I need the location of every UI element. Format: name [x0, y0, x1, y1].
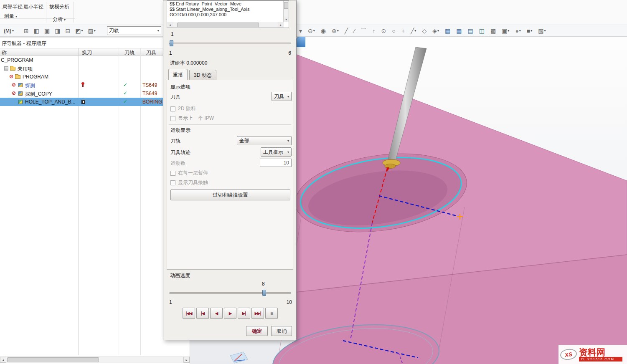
- tool-label: 刀具: [170, 94, 180, 101]
- animation-speed-value: 8: [262, 281, 265, 287]
- toolbar-icon[interactable]: ▣▾: [500, 27, 510, 35]
- toolbar-icon[interactable]: ⊕▾: [330, 27, 340, 35]
- column-name[interactable]: 称: [2, 49, 7, 56]
- position-slider-track[interactable]: [169, 43, 291, 44]
- toolbar-icon[interactable]: ⊟: [64, 27, 71, 35]
- toolbar-icon[interactable]: ○: [391, 27, 396, 35]
- scroll-right-icon[interactable]: ▸: [278, 22, 284, 28]
- toolbar-icon[interactable]: ■▾: [525, 27, 533, 35]
- step-back-button[interactable]: |◀: [196, 308, 209, 319]
- toolbar-icon[interactable]: ▤: [466, 27, 474, 35]
- checkbox-icon: [170, 171, 175, 176]
- toolbar-icon[interactable]: ◨: [53, 27, 61, 35]
- checkbox-show-tool-contact[interactable]: 显示刀具接触: [170, 179, 208, 186]
- toolbar-icon[interactable]: ▧▾: [537, 27, 547, 35]
- gouge-collision-settings-button[interactable]: 过切和碰撞设置: [170, 190, 290, 200]
- toolbar-icon[interactable]: ⊙: [380, 27, 388, 35]
- toolbar-icon[interactable]: ↑: [371, 27, 377, 35]
- folder-icon: [10, 67, 15, 71]
- local-radius-button[interactable]: 局部半径: [3, 3, 23, 10]
- toolbar-icon[interactable]: ●▾: [514, 27, 522, 35]
- stop-button[interactable]: ■: [265, 308, 278, 319]
- operation-icon: [18, 91, 23, 96]
- toolbar-icon[interactable]: ◉: [320, 27, 327, 35]
- scroll-left-icon[interactable]: ◂: [0, 357, 6, 363]
- menu-button[interactable]: (M)▾: [2, 27, 16, 35]
- go-to-end-button[interactable]: ▶▶|: [251, 308, 264, 319]
- scrollbar-thumb[interactable]: [7, 357, 99, 362]
- toolbar-icon[interactable]: ∕: [353, 27, 356, 35]
- watermark-logo: XS: [559, 348, 577, 361]
- toolbar-icon[interactable]: ▾: [298, 27, 303, 35]
- tool-display-combo[interactable]: 刀具▾: [272, 92, 292, 101]
- speed-slider-track[interactable]: [169, 292, 291, 294]
- tree-row-hole-top-selected[interactable]: HOLE_TOP_AND_B... ✓ BORING: [0, 98, 190, 106]
- ok-button[interactable]: 确定: [246, 326, 268, 336]
- checkbox-2d-removal[interactable]: 2D 除料: [170, 105, 196, 112]
- tree-row-probe-copy[interactable]: ⊘ 探测_COPY ✓ TS649: [0, 89, 190, 98]
- cancel-button[interactable]: 取消: [271, 326, 292, 336]
- chevron-down-icon: ▾: [531, 29, 532, 33]
- toolbar-icon[interactable]: ▨▾: [86, 27, 96, 35]
- scroll-right-icon[interactable]: ▸: [183, 357, 190, 363]
- min-radius-button[interactable]: 最小半径: [23, 3, 43, 10]
- scroll-left-icon[interactable]: ◂: [167, 22, 173, 28]
- speed-slider-thumb[interactable]: [262, 290, 266, 296]
- operation-icon: [18, 83, 23, 87]
- checkbox-pause-each-level[interactable]: 在每一层暂停: [170, 169, 208, 177]
- toolbar-icon[interactable]: ⊞: [23, 27, 30, 35]
- tree-row-probe[interactable]: ⊘ 探测 ✓ TS649: [0, 81, 190, 89]
- scrollbar-thumb[interactable]: [177, 23, 259, 27]
- draft-analysis-button[interactable]: 拔模分析: [49, 3, 69, 10]
- chevron-down-icon: ▾: [287, 150, 289, 154]
- feedrate-label: 进给率 0.000000: [170, 60, 207, 67]
- toolbar-icon[interactable]: ◇: [421, 27, 428, 35]
- analysis-dropdown[interactable]: 分析▾: [53, 16, 66, 23]
- application-window: 局部半径 最小半径 测量▾ 拔模分析 分析▾ (M)▾ ⊞◧▣◨⊟◩▾▨▾ 刀轨…: [0, 0, 627, 364]
- toolbar-icon[interactable]: ◩▾: [74, 27, 84, 35]
- scroll-down-icon[interactable]: ▾: [284, 17, 289, 22]
- gcode-horizontal-scrollbar[interactable]: ◂ ▸: [167, 22, 284, 28]
- trajectory-combo[interactable]: 工具提示▾: [261, 147, 292, 157]
- toolbar-icon[interactable]: ▣: [43, 27, 51, 35]
- gcode-listing[interactable]: $$ End Rotary_Point_Vector_Move $$ Start…: [167, 0, 289, 28]
- display-options-title: 显示选项: [170, 83, 190, 91]
- toolbar-icon[interactable]: ╱▾: [409, 27, 417, 35]
- navigator-horizontal-scrollbar[interactable]: ◂ ▸: [0, 356, 190, 363]
- column-tool[interactable]: 刀具: [146, 49, 156, 56]
- checkbox-show-ipw[interactable]: 显示上一个 IPW: [170, 115, 214, 122]
- toolbar-icon[interactable]: ◈▾: [431, 27, 440, 35]
- column-toolchange[interactable]: 换刀: [82, 49, 92, 56]
- toolpath-filter-combo[interactable]: 刀轨▾: [107, 26, 161, 35]
- toolbar-icon[interactable]: ▦: [444, 27, 452, 35]
- toolbar-icon[interactable]: ⌒: [360, 27, 368, 35]
- tab-replay[interactable]: 重播: [168, 69, 188, 80]
- tree-row-nc-program[interactable]: C_PROGRAM: [0, 56, 190, 64]
- chevron-down-icon: ▾: [544, 29, 546, 33]
- toolbar-icon[interactable]: ▩: [489, 27, 497, 35]
- go-to-start-button[interactable]: |◀◀: [183, 308, 195, 319]
- checkbox-icon: [170, 106, 175, 111]
- tab-3d-dynamic[interactable]: 3D 动态: [189, 70, 216, 80]
- column-toolpath[interactable]: 刀轨: [124, 49, 135, 56]
- toolbar-icon[interactable]: ◧: [33, 27, 41, 35]
- step-forward-button[interactable]: ▶|: [238, 308, 250, 319]
- tree-row-unused[interactable]: 未用项: [0, 64, 190, 73]
- toolbar-icon[interactable]: ◫: [478, 27, 486, 35]
- chevron-down-icon: ▾: [337, 29, 339, 33]
- position-slider-thumb[interactable]: [170, 40, 173, 46]
- play-button[interactable]: ▶: [224, 308, 236, 319]
- toolpath-ok-icon: ✓: [123, 82, 127, 88]
- operation-icon: [18, 100, 23, 104]
- toolbar-icon[interactable]: +: [400, 27, 406, 35]
- toolpath-combo[interactable]: 全部▾: [237, 136, 292, 145]
- toolbar-icon[interactable]: ⊖▾: [307, 27, 316, 35]
- position-slider-value: 1: [171, 31, 174, 37]
- toolbar-icon[interactable]: ▦: [455, 27, 463, 35]
- gcode-vertical-scrollbar[interactable]: ▾: [283, 1, 289, 22]
- motion-count-input[interactable]: 10: [260, 159, 292, 167]
- toolbar-icon[interactable]: ╱: [343, 27, 349, 35]
- tree-row-program[interactable]: ⊘ PROGRAM: [0, 73, 190, 81]
- scrollbar-thumb[interactable]: [284, 2, 288, 9]
- play-reverse-button[interactable]: ◀: [210, 308, 223, 319]
